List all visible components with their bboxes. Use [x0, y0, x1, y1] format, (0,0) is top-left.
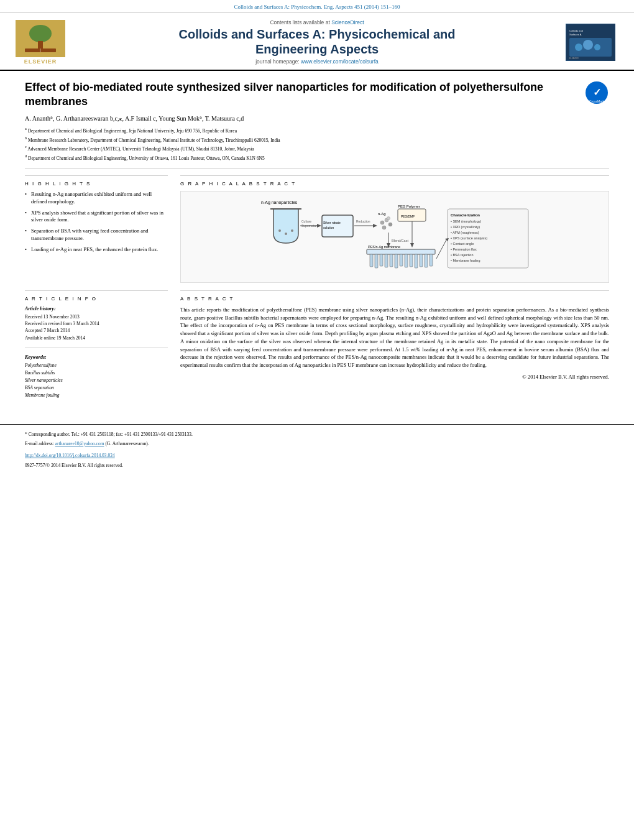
svg-point-10: [583, 40, 593, 50]
article-history-block: Article history: Received 13 November 20…: [25, 306, 168, 341]
author-email-link[interactable]: arthanaree10@yahoo.com: [55, 441, 104, 446]
journal-title-area: Contents lists available at ScienceDirec…: [75, 19, 559, 65]
article-content: Effect of bio-mediated route synthesized…: [0, 71, 634, 412]
homepage-url-link[interactable]: www.elsevier.com/locate/colsurfa: [301, 58, 379, 65]
article-info-block: A R T I C L E I N F O Article history: R…: [25, 290, 168, 405]
svg-text:• Membrane fouling: • Membrane fouling: [451, 259, 480, 262]
svg-point-1: [29, 25, 52, 42]
keywords-list: Polyethersulfone Bacillus subtilis Silve…: [25, 362, 168, 399]
svg-marker-43: [410, 243, 414, 247]
svg-text:• SEM (morphology): • SEM (morphology): [451, 219, 481, 223]
svg-text:Supernatant: Supernatant: [301, 224, 319, 228]
affiliation-b: b Membrane Research Laboratory, Departme…: [25, 135, 609, 144]
svg-text:Characterization: Characterization: [451, 213, 480, 217]
copyright-line: © 2014 Elsevier B.V. All rights reserved…: [180, 373, 609, 381]
contents-available-line: Contents lists available at ScienceDirec…: [75, 19, 559, 25]
keywords-block: Keywords: Polyethersulfone Bacillus subt…: [25, 354, 168, 399]
svg-point-34: [382, 226, 386, 229]
svg-rect-57: [425, 254, 428, 267]
article-title-row: Effect of bio-mediated route synthesized…: [25, 80, 609, 109]
svg-text:• BSA rejection: • BSA rejection: [451, 253, 473, 257]
highlight-item-2: XPS analysis showed that a significant p…: [25, 210, 168, 224]
doi-link[interactable]: http://dx.doi.org/10.1016/j.colsurfa.201…: [25, 453, 115, 458]
keyword-5: Membrane fouling: [25, 392, 168, 399]
svg-point-9: [575, 44, 582, 51]
email-note: E-mail address: arthanaree10@yahoo.com (…: [25, 440, 609, 447]
journal-reference-text: Colloids and Surfaces A: Physicochem. En…: [234, 4, 400, 10]
svg-point-19: [285, 233, 287, 235]
elsevier-logo: ELSEVIER: [12, 20, 68, 65]
received-revised-date: Received in revised form 3 March 2014: [25, 320, 168, 327]
svg-text:• XPS (surface analysis): • XPS (surface analysis): [451, 236, 487, 240]
highlight-item-4: Loading of n-Ag in neat PES, the enhance…: [25, 246, 168, 254]
doi-line: http://dx.doi.org/10.1016/j.colsurfa.201…: [25, 452, 609, 459]
svg-text:CrossMark: CrossMark: [589, 99, 605, 103]
affiliation-a: a Department of Chemical and Biological …: [25, 126, 609, 134]
svg-rect-46: [370, 254, 373, 267]
abstract-header: A B S T R A C T: [180, 296, 609, 302]
available-date: Available online 19 March 2014: [25, 335, 168, 341]
svg-text:PES/n-Ag membrane: PES/n-Ag membrane: [368, 245, 400, 249]
received-date: Received 13 November 2013: [25, 313, 168, 320]
elsevier-logo-box: [16, 20, 65, 57]
svg-text:n-Ag: n-Ag: [378, 212, 386, 216]
highlight-item-3: Separation of BSA with varying feed conc…: [25, 228, 168, 242]
accepted-date: Accepted 7 March 2014: [25, 327, 168, 334]
svg-text:• Permeation flux: • Permeation flux: [451, 247, 477, 251]
affiliation-c: c Advanced Membrane Research Center (AMT…: [25, 144, 609, 152]
sciencedirect-link[interactable]: ScienceDirect: [331, 19, 364, 25]
crossmark-icon: ✓ CrossMark: [585, 81, 609, 104]
highlights-header: H I G H L I G H T S: [25, 181, 168, 187]
svg-rect-55: [415, 254, 418, 268]
svg-rect-53: [405, 254, 408, 267]
svg-text:✓: ✓: [593, 87, 601, 98]
article-info-header: A R T I C L E I N F O: [25, 296, 168, 302]
highlight-item-1: Resulting n-Ag nanoparticles exhibited u…: [25, 191, 168, 206]
journal-thumbnail: Colloids and Surfaces A ELSEVIER: [566, 24, 615, 61]
footer-area: * Corresponding author. Tel.: +91 431 25…: [0, 424, 634, 478]
journal-reference-bar: Colloids and Surfaces A: Physicochem. En…: [0, 0, 634, 13]
svg-rect-50: [390, 254, 393, 267]
svg-rect-2: [38, 41, 43, 48]
abstract-text: This article reports the modification of…: [180, 306, 609, 381]
svg-text:ELSEVIER: ELSEVIER: [569, 57, 579, 60]
svg-text:PES Polymer: PES Polymer: [398, 205, 420, 208]
journal-cover-image: Colloids and Surfaces A ELSEVIER: [566, 24, 615, 60]
svg-point-33: [388, 223, 392, 226]
keyword-1: Polyethersulfone: [25, 362, 168, 369]
abstract-block: A B S T R A C T This article reports the…: [180, 290, 609, 405]
svg-text:• AFM (roughness): • AFM (roughness): [451, 231, 479, 234]
svg-rect-47: [375, 254, 378, 268]
svg-point-18: [278, 229, 281, 232]
svg-text:Blend/Cast: Blend/Cast: [392, 239, 408, 242]
history-label: Article history:: [25, 306, 168, 312]
article-title: Effect of bio-mediated route synthesized…: [25, 80, 578, 109]
journal-homepage: journal homepage: www.elsevier.com/locat…: [75, 58, 559, 65]
svg-rect-48: [380, 254, 383, 266]
page: Colloids and Surfaces A: Physicochem. En…: [0, 0, 634, 840]
keyword-4: BSA separation: [25, 384, 168, 392]
svg-text:• Contact angle: • Contact angle: [451, 242, 474, 246]
graphical-abstract-box: n-Ag nanoparticles Culture Supernatant: [180, 191, 609, 283]
svg-text:• XRD (crystallinity): • XRD (crystallinity): [451, 225, 480, 229]
issn-line: 0927-7757/© 2014 Elsevier B.V. All right…: [25, 462, 609, 469]
graphical-abstract-diagram: n-Ag nanoparticles Culture Supernatant: [186, 196, 604, 277]
svg-rect-52: [400, 254, 403, 266]
authors-line: A. Ananthᵃ, G. Arthanareeswaran b,c,⁎, A…: [25, 114, 609, 123]
svg-rect-54: [410, 254, 413, 267]
svg-text:n-Ag nanoparticles: n-Ag nanoparticles: [261, 200, 298, 205]
highlights-graphical-row: H I G H L I G H T S Resulting n-Ag nanop…: [25, 175, 609, 283]
svg-rect-45: [367, 249, 435, 254]
svg-rect-51: [395, 254, 398, 268]
svg-point-31: [380, 221, 384, 224]
svg-line-70: [436, 240, 446, 259]
svg-text:Reduction: Reduction: [356, 219, 370, 223]
highlights-list: Resulting n-Ag nanoparticles exhibited u…: [25, 191, 168, 254]
svg-marker-29: [373, 224, 377, 228]
info-divider: [25, 348, 168, 348]
keywords-label: Keywords:: [25, 354, 168, 360]
article-info-abstract-row: A R T I C L E I N F O Article history: R…: [25, 290, 609, 405]
journal-main-title: Colloids and Surfaces A: Physicochemical…: [75, 27, 559, 57]
highlights-section: H I G H L I G H T S Resulting n-Ag nanop…: [25, 175, 168, 283]
affiliation-d: d Department of Chemical and Biological …: [25, 153, 609, 162]
